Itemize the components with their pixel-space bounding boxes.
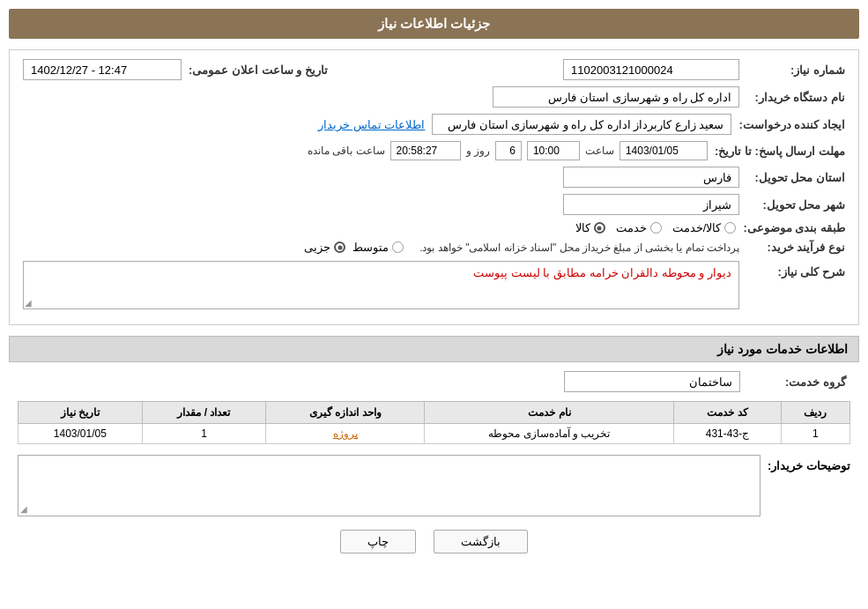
deadline-time-label: ساعت	[585, 145, 614, 157]
process-label-minor: جزیی	[304, 241, 330, 254]
cell-service-code: ج-43-431	[674, 424, 781, 444]
print-button[interactable]: چاپ	[340, 530, 416, 553]
col-header-date: تاریخ نیاز	[19, 402, 143, 424]
need-description-label: شرح کلی نیاز:	[739, 261, 845, 279]
page-container: جزئیات اطلاعات نیاز شماره نیاز: 11020031…	[0, 0, 868, 609]
category-option-kala-khedmat: کالا/خدمت	[672, 221, 737, 234]
contact-link[interactable]: اطلاعات تماس خریدار	[318, 118, 425, 131]
city-label: شهر محل تحویل:	[739, 198, 845, 212]
deadline-time-value: 10:00	[527, 141, 580, 160]
process-label-medium: متوسط	[352, 241, 389, 254]
city-value: شیراز	[563, 194, 739, 215]
cell-service-name: تخریب و آماده‌سازی محوطه	[425, 424, 674, 444]
table-header-row: ردیف کد خدمت نام خدمت واحد اندازه گیری ت…	[19, 402, 850, 424]
cell-date: 1403/01/05	[19, 424, 143, 444]
category-option-khedmat: خدمت	[616, 221, 662, 234]
process-radio-medium	[392, 241, 404, 253]
category-radio-khedmat	[650, 222, 662, 234]
process-radio-minor	[334, 241, 345, 253]
back-button[interactable]: بازگشت	[434, 530, 528, 553]
services-table: ردیف کد خدمت نام خدمت واحد اندازه گیری ت…	[18, 401, 850, 444]
buyer-org-label: نام دستگاه خریدار:	[739, 91, 845, 104]
need-number-value: 1102003121000024	[563, 59, 739, 80]
province-value: فارس	[563, 167, 739, 188]
cell-row-num: 1	[781, 424, 849, 444]
category-label-kala-khedmat: کالا/خدمت	[672, 221, 722, 234]
cell-quantity: 1	[142, 424, 266, 444]
category-option-kala: کالا	[575, 221, 605, 234]
category-label-kala: کالا	[575, 221, 590, 234]
page-title: جزئیات اطلاعات نیاز	[9, 9, 859, 39]
buttons-row: بازگشت چاپ	[9, 530, 859, 562]
cell-unit: پروژه	[266, 424, 425, 444]
col-header-service-name: نام خدمت	[425, 402, 674, 424]
remaining-time-label: ساعت باقی مانده	[308, 145, 385, 157]
buyer-notes-section: توضیحات خریدار: ◢	[9, 455, 859, 516]
row-need-number: شماره نیاز: 1102003121000024 تاریخ و ساع…	[23, 59, 845, 80]
main-info-section: شماره نیاز: 1102003121000024 تاریخ و ساع…	[9, 49, 859, 325]
process-note: پرداخت تمام یا بخشی از مبلغ خریداز محل "…	[419, 241, 739, 254]
category-radio-group: کالا/خدمت خدمت کالا	[575, 221, 737, 234]
remaining-days-value: 6	[495, 141, 522, 160]
buyer-notes-label: توضیحات خریدار:	[760, 455, 850, 472]
creator-label: ایجاد کننده درخواست:	[731, 118, 845, 131]
row-city: شهر محل تحویل: شیراز	[23, 194, 845, 215]
creator-value: سعید زارع کاربرداز اداره کل راه و شهرساز…	[432, 114, 731, 135]
row-process-type: نوع فرآیند خرید: پرداخت تمام یا بخشی از …	[23, 241, 845, 254]
services-section-header: اطلاعات خدمات مورد نیاز	[9, 336, 859, 362]
category-label-khedmat: خدمت	[616, 221, 647, 234]
services-table-section: ردیف کد خدمت نام خدمت واحد اندازه گیری ت…	[9, 401, 859, 444]
process-option-minor: جزیی	[304, 241, 345, 254]
row-creator: ایجاد کننده درخواست: سعید زارع کاربرداز …	[23, 114, 845, 135]
col-header-service-code: کد خدمت	[674, 402, 781, 424]
need-number-label: شماره نیاز:	[739, 63, 845, 77]
row-province: استان محل تحویل: فارس	[23, 167, 845, 188]
table-row: 1 ج-43-431 تخریب و آماده‌سازی محوطه پروژ…	[19, 424, 850, 444]
category-label: طبقه بندی موضوعی:	[736, 221, 845, 234]
announce-datetime-value: 1402/12/27 - 12:47	[23, 59, 182, 80]
process-label: نوع فرآیند خرید:	[739, 241, 845, 254]
col-header-quantity: تعداد / مقدار	[142, 402, 266, 424]
deadline-datetime-group: 1403/01/05 ساعت 10:00 6 روز و 20:58:27 س…	[308, 141, 708, 160]
need-description-container: دیوار و محوطه دالقران خرامه مطابق با لیس…	[23, 261, 739, 309]
service-group-row: گروه خدمت: ساختمان	[9, 371, 859, 392]
resize-handle-icon: ◢	[25, 298, 32, 308]
process-option-medium: متوسط	[352, 241, 404, 254]
row-buyer-org: نام دستگاه خریدار: اداره کل راه و شهرساز…	[23, 86, 845, 108]
category-radio-kala	[594, 222, 605, 234]
notes-resize-icon: ◢	[20, 504, 27, 514]
buyer-org-value: اداره کل راه و شهرسازی استان فارس	[493, 86, 739, 108]
col-header-unit: واحد اندازه گیری	[266, 402, 425, 424]
service-group-label: گروه خدمت:	[740, 375, 846, 389]
remaining-time-value: 20:58:27	[390, 141, 461, 160]
service-group-value: ساختمان	[564, 371, 740, 392]
need-description-value: دیوار و محوطه دالقران خرامه مطابق با لیس…	[23, 261, 739, 309]
deadline-label: مهلت ارسال پاسخ: تا تاریخ:	[708, 145, 845, 158]
remaining-days-label: روز و	[466, 145, 490, 157]
buyer-notes-box: ◢	[18, 455, 760, 516]
col-header-row-num: ردیف	[781, 402, 849, 424]
announce-datetime-label: تاریخ و ساعت اعلان عمومی:	[182, 63, 328, 77]
deadline-date-value: 1403/01/05	[619, 141, 708, 160]
category-radio-kala-khedmat	[724, 222, 736, 234]
province-label: استان محل تحویل:	[739, 171, 845, 184]
row-need-description: شرح کلی نیاز: دیوار و محوطه دالقران خرام…	[23, 261, 845, 309]
row-deadline: مهلت ارسال پاسخ: تا تاریخ: 1403/01/05 سا…	[23, 141, 845, 160]
row-category: طبقه بندی موضوعی: کالا/خدمت خدمت کالا	[23, 221, 845, 234]
process-type-group: پرداخت تمام یا بخشی از مبلغ خریداز محل "…	[304, 241, 739, 254]
